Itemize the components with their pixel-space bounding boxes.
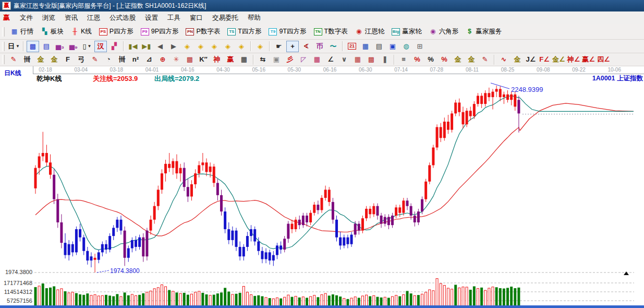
zoom-out-icon[interactable]: ◈	[222, 41, 234, 52]
menu-browse[interactable]: 浏览	[38, 12, 60, 24]
zoom-left-icon[interactable]: ◈	[181, 41, 193, 52]
prev-bar-icon[interactable]: ◀	[154, 41, 166, 52]
time-fence-icon[interactable]: 卌	[21, 54, 33, 65]
span-arrows-icon[interactable]: ⇆	[257, 54, 269, 65]
menu-gann[interactable]: 江恩	[82, 12, 105, 24]
hand-tool-icon[interactable]: ☛	[273, 41, 285, 52]
menu-tools[interactable]: 工具	[163, 12, 185, 24]
f-fence-icon[interactable]: F	[62, 54, 74, 65]
gann-wheel-button[interactable]: ◉江恩轮	[351, 26, 388, 38]
t-square-button[interactable]: TST四方形	[224, 26, 265, 38]
angle-measure-icon[interactable]: ∢	[300, 41, 312, 52]
menu-trade[interactable]: 交易委托	[208, 12, 243, 24]
f-angle-icon[interactable]: F∠	[538, 54, 551, 65]
zoom-all-icon[interactable]: ◈	[254, 41, 266, 52]
hanzi-tool-icon[interactable]: 汉	[94, 41, 107, 52]
price-bars-icon[interactable]: ≡	[397, 54, 410, 65]
gann-fan-icon[interactable]: 彡	[284, 54, 296, 65]
gold-wave-icon[interactable]: 金	[511, 54, 524, 65]
toolbar-grip[interactable]	[2, 27, 5, 37]
notes-icon[interactable]: ▤	[373, 41, 385, 52]
kline-period-dropdown-icon[interactable]: 日▼	[7, 41, 20, 52]
scroll-marker-icon[interactable]	[624, 271, 629, 275]
winner-service-button[interactable]: $赢家服务	[462, 26, 505, 38]
menu-news[interactable]: 资讯	[60, 12, 82, 24]
calculator-icon[interactable]: ▦	[359, 41, 372, 52]
gold-fence-2-icon[interactable]: 金	[48, 54, 60, 65]
winner-wheel-button[interactable]: Big赢家轮	[388, 26, 426, 38]
nine-bars-icon[interactable]: ▅₉	[67, 41, 80, 52]
cycle-clock-icon[interactable]: ◔	[102, 54, 115, 65]
square-web-icon[interactable]: ▩	[184, 54, 196, 65]
percent-icon[interactable]: %	[424, 54, 437, 65]
grid-ruler-icon[interactable]: ▩	[365, 54, 378, 65]
p-digit-table-button[interactable]: PNP数字表	[182, 26, 224, 38]
percent-retrace-icon[interactable]: %	[438, 54, 451, 65]
web-globe-icon[interactable]: ◍	[400, 41, 412, 52]
ying-angle-icon[interactable]: 赢∠	[581, 54, 596, 65]
brush-icon[interactable]: ✎	[7, 54, 20, 65]
next-bar-icon[interactable]: ▶	[167, 41, 180, 52]
calendar-21-icon[interactable]: 21	[346, 41, 358, 52]
n-squared-icon[interactable]: n²	[129, 54, 142, 65]
parallel-lines-icon[interactable]: ∥	[379, 54, 391, 65]
candle-style-dropdown-icon[interactable]: ▯▼	[81, 41, 93, 52]
menu-settings[interactable]: 设置	[140, 12, 163, 24]
gold-circle-icon[interactable]: 金	[452, 54, 464, 65]
last-bar-icon[interactable]: ▶▮	[140, 41, 153, 52]
marker-pen-icon[interactable]: ✎	[89, 54, 101, 65]
kline-chart[interactable]: 2248.93991974.38001974.38001717714681145…	[0, 82, 644, 305]
grid-box-icon[interactable]: ▦	[311, 54, 323, 65]
zoom-horizontal-icon[interactable]: ◈	[208, 41, 221, 52]
menu-formula-pick[interactable]: 公式选股	[105, 12, 140, 24]
fan-box-icon[interactable]: ◸	[297, 54, 310, 65]
three-bars-icon[interactable]: ▅₃	[54, 41, 66, 52]
wave-scribble-icon[interactable]: 〜	[327, 41, 339, 52]
9t-square-button[interactable]: T99T四方形	[265, 26, 310, 38]
pen-flag-icon[interactable]: ✎	[479, 54, 491, 65]
trend-angles-icon[interactable]: ∠	[324, 54, 337, 65]
hexagon-button[interactable]: ◉六角形	[426, 26, 463, 38]
gold-angle-icon[interactable]: 金∠	[552, 54, 566, 65]
trend-network-icon[interactable]: ▩	[27, 41, 39, 52]
target-circle-icon[interactable]: ⊕	[156, 54, 169, 65]
t-digit-table-button[interactable]: TNT数字表	[310, 26, 351, 38]
menu-file[interactable]: 文件	[15, 12, 38, 24]
star-web-icon[interactable]: ✳	[170, 54, 183, 65]
toolbar-grip[interactable]	[2, 42, 5, 51]
kline-button[interactable]: ╫K线	[67, 26, 95, 38]
zoom-in-icon[interactable]: ◈	[235, 41, 248, 52]
ruler-123-icon[interactable]: ▦	[238, 54, 250, 65]
first-bar-icon[interactable]: ▮◀	[127, 41, 139, 52]
gold-fence-1-icon[interactable]: 金	[34, 54, 47, 65]
menu-window[interactable]: 窗口	[185, 12, 208, 24]
zoom-right-icon[interactable]: ◈	[195, 41, 207, 52]
zigzag-icon[interactable]: ∨	[338, 54, 350, 65]
workstation-icon[interactable]: ⊞	[414, 41, 426, 52]
box-tool-icon[interactable]: ▣	[270, 54, 283, 65]
fence-icon[interactable]: 卌	[116, 54, 128, 65]
crosshair-tool-icon[interactable]: +	[286, 41, 299, 52]
j-angle-icon[interactable]: J∠	[525, 54, 537, 65]
k-prime-icon[interactable]: K″	[197, 54, 210, 65]
set-square-icon[interactable]: ⊿	[143, 54, 155, 65]
grid-icon[interactable]: ▦	[351, 54, 364, 65]
p-square-button[interactable]: PSP四方形	[95, 26, 137, 38]
toolbar-grip[interactable]	[2, 55, 5, 64]
profile-histogram-icon[interactable]: ▞	[108, 41, 120, 52]
percent-line-icon[interactable]: %	[411, 54, 423, 65]
save-icon[interactable]: ▣	[386, 41, 399, 52]
shen-fence-icon[interactable]: 神	[211, 54, 223, 65]
info-list-icon[interactable]: ▤	[40, 41, 53, 52]
quotes-button[interactable]: ▦行情	[7, 26, 37, 38]
gann-symbol-icon[interactable]: 币	[313, 41, 326, 52]
gold-lines-icon[interactable]: 金	[465, 54, 478, 65]
sectors-button[interactable]: ▚板块	[37, 26, 67, 38]
shen-angle-icon[interactable]: 神∠	[567, 54, 581, 65]
bow-fence-icon[interactable]: 弓	[75, 54, 88, 65]
si-angle-icon[interactable]: 四∠	[597, 54, 611, 65]
9p-square-button[interactable]: P99P四方形	[137, 26, 183, 38]
wave-lines-icon[interactable]: ∿	[497, 54, 510, 65]
menu-help[interactable]: 帮助	[243, 12, 265, 24]
ying-fence-icon[interactable]: 赢	[224, 54, 237, 65]
